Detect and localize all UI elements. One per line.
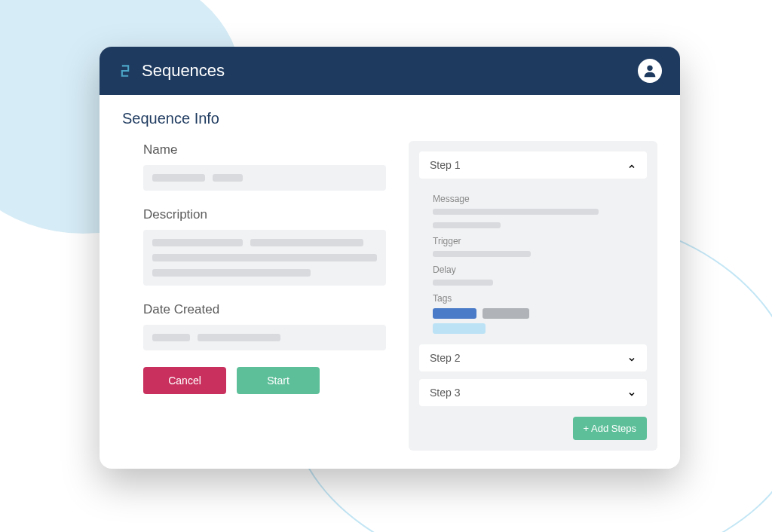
logo-icon [118,63,133,78]
app-title: Sequences [142,61,225,81]
step-1-title: Step 1 [430,159,460,171]
delay-label: Delay [433,264,639,275]
add-steps-button[interactable]: + Add Steps [573,417,647,440]
step-3-title: Step 3 [430,387,460,399]
avatar[interactable] [638,59,662,83]
description-label: Description [143,207,386,222]
chevron-down-icon [627,388,636,397]
step-3-header[interactable]: Step 3 [419,379,647,406]
action-buttons: Cancel Start [143,367,386,394]
tag-chip[interactable] [433,308,476,319]
step-1-body: Message Trigger Delay Tags [419,186,647,344]
titlebar-left: Sequences [118,61,225,81]
left-column: Name Description [122,141,386,451]
tag-chip[interactable] [482,308,529,319]
chevron-down-icon [627,353,636,362]
form-columns: Name Description [122,141,657,451]
date-created-field[interactable] [143,325,386,350]
chevron-up-icon [627,161,636,170]
steps-panel: Step 1 Message Trigger Delay Tags [409,141,657,451]
app-window: Sequences Sequence Info Name Descriptio [100,47,680,469]
cancel-button[interactable]: Cancel [143,367,226,394]
description-field[interactable] [143,230,386,286]
titlebar: Sequences [100,47,680,95]
name-label: Name [143,142,386,157]
tag-chip[interactable] [433,323,486,334]
step-1-header[interactable]: Step 1 [419,151,647,179]
trigger-label: Trigger [433,236,639,246]
svg-point-0 [647,66,652,71]
name-field[interactable] [143,165,386,191]
message-label: Message [433,194,639,204]
page-title: Sequence Info [122,110,657,127]
step-2-title: Step 2 [430,352,460,364]
tags-row [433,308,639,319]
date-created-label: Date Created [143,302,386,317]
tags-label: Tags [433,293,639,304]
start-button[interactable]: Start [237,367,320,394]
content-area: Sequence Info Name Description [100,95,680,469]
add-steps-row: + Add Steps [419,417,647,440]
step-2-header[interactable]: Step 2 [419,344,647,371]
